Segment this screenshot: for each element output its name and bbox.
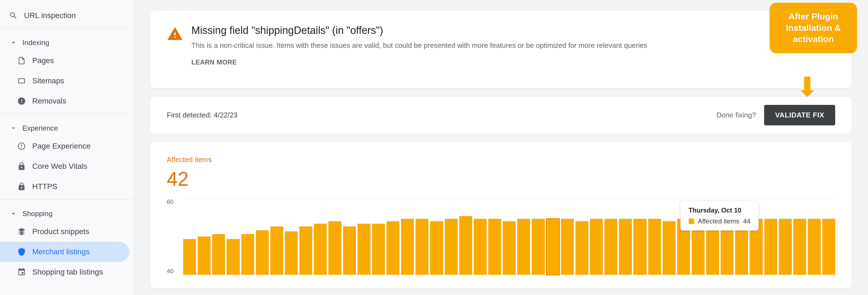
chart-bar	[547, 219, 559, 275]
sidebar-section-indexing[interactable]: Indexing	[0, 31, 134, 51]
shopping-tab-listings-icon	[17, 267, 27, 277]
main-content: After Plugin Installation & activation ⬇…	[134, 0, 868, 295]
chevron-down-icon-experience	[8, 123, 19, 133]
sidebar-item-sitemaps[interactable]: Sitemaps	[0, 71, 129, 91]
https-icon	[17, 182, 27, 192]
issue-content: Missing field "shippingDetails" (in "off…	[191, 25, 647, 66]
chart-bar	[343, 226, 356, 275]
sidebar: URL inspection Indexing Pages Sitemaps R…	[0, 0, 134, 295]
chart-bar	[604, 219, 617, 275]
first-detected-text: First detected: 4/22/23	[167, 111, 238, 119]
chart-bar	[212, 234, 225, 275]
plugin-callout: After Plugin Installation & activation	[770, 3, 857, 53]
validate-section: Done fixing? VALIDATE FIX	[717, 105, 835, 125]
issue-description: This is a non-critical issue. Items with…	[191, 40, 647, 51]
plugin-callout-text: After Plugin Installation & activation	[786, 11, 841, 44]
sidebar-section-shopping[interactable]: Shopping	[0, 202, 134, 222]
chart-bar	[779, 219, 792, 275]
tooltip-value: 44	[743, 218, 750, 225]
arrow-down-icon: ⬇	[796, 71, 819, 103]
chart-bar	[619, 219, 632, 275]
chart-bar	[386, 221, 399, 275]
validate-fix-button[interactable]: VALIDATE FIX	[764, 105, 835, 125]
sidebar-section-experience-label: Experience	[23, 124, 58, 132]
chart-bar	[227, 239, 240, 275]
arrow-down-indicator: ⬇	[796, 71, 819, 103]
sidebar-item-product-snippets[interactable]: Product snippets	[0, 222, 129, 242]
chart-bar	[328, 221, 341, 275]
sidebar-item-https-label: HTTPS	[32, 182, 57, 191]
chart-bar	[241, 234, 254, 275]
chart-tooltip: Thursday, Oct 10 Affected items 44	[680, 201, 758, 231]
chart-bar	[270, 226, 283, 275]
chart-bar	[561, 219, 574, 275]
y-label-40: 40	[167, 268, 173, 275]
sidebar-item-url-inspection[interactable]: URL inspection	[0, 5, 129, 26]
sidebar-section-indexing-label: Indexing	[23, 38, 49, 47]
chart-bar	[372, 224, 385, 275]
tooltip-row: Affected items 44	[689, 218, 750, 225]
affected-items-label: Affected items	[167, 156, 835, 164]
chart-bar	[430, 221, 443, 275]
affected-items-count: 42	[167, 168, 835, 190]
sidebar-item-merchant-listings-label: Merchant listings	[32, 248, 90, 256]
sidebar-item-merchant-listings[interactable]: Merchant listings	[0, 242, 129, 262]
chevron-down-icon-shopping	[8, 208, 19, 219]
page-experience-icon	[17, 141, 27, 151]
chart-bar	[401, 219, 414, 275]
chart-bar	[765, 219, 777, 275]
sidebar-item-https[interactable]: HTTPS	[0, 176, 129, 197]
done-fixing-label: Done fixing?	[717, 111, 756, 119]
pages-icon	[17, 56, 27, 66]
merchant-listings-icon	[17, 247, 27, 257]
sidebar-section-experience[interactable]: Experience	[0, 117, 134, 136]
chart-bar	[256, 230, 269, 275]
issue-card: Missing field "shippingDetails" (in "off…	[150, 11, 851, 88]
product-snippets-icon	[17, 226, 27, 237]
chart-area: 60 40 Thursday, Oct 10 Affected items 44	[167, 198, 835, 275]
chart-bar	[285, 231, 298, 275]
sidebar-item-pages-label: Pages	[32, 56, 54, 65]
sidebar-item-removals[interactable]: Removals	[0, 91, 129, 111]
chart-bar	[198, 236, 211, 275]
chart-bar	[517, 219, 530, 275]
chart-bar	[488, 219, 501, 275]
chart-bar	[183, 239, 196, 275]
learn-more-link[interactable]: LEARN MORE	[191, 59, 237, 66]
chart-y-labels: 60 40	[167, 198, 173, 275]
sidebar-item-core-web-vitals[interactable]: Core Web Vitals	[0, 156, 129, 176]
sidebar-item-shopping-tab-listings[interactable]: Shopping tab listings	[0, 262, 129, 282]
chart-bar	[576, 221, 588, 275]
tooltip-dot	[689, 219, 694, 224]
sidebar-item-page-experience[interactable]: Page Experience	[0, 136, 129, 156]
chart-bar	[794, 219, 806, 275]
chevron-down-icon	[8, 37, 19, 48]
chart-bar	[474, 219, 487, 275]
sidebar-item-pages[interactable]: Pages	[0, 51, 129, 71]
y-label-60: 60	[167, 198, 173, 205]
issue-header: Missing field "shippingDetails" (in "off…	[167, 25, 835, 66]
core-web-vitals-icon	[17, 161, 27, 171]
search-icon	[8, 10, 19, 21]
detected-row: First detected: 4/22/23 Done fixing? VAL…	[150, 96, 851, 134]
chart-bar	[808, 219, 821, 275]
chart-bar	[299, 226, 312, 275]
tooltip-label: Affected items	[698, 218, 740, 225]
sidebar-item-shopping-tab-listings-label: Shopping tab listings	[32, 268, 103, 276]
removals-icon	[17, 96, 27, 106]
chart-bar	[532, 219, 545, 275]
chart-bar	[663, 221, 676, 275]
chart-bar	[823, 219, 835, 275]
sidebar-item-product-snippets-label: Product snippets	[32, 227, 89, 236]
chart-bar	[648, 219, 661, 275]
sidebar-section-shopping-label: Shopping	[23, 209, 53, 218]
chart-bar	[415, 219, 428, 275]
sidebar-item-core-web-vitals-label: Core Web Vitals	[32, 162, 87, 171]
chart-bar	[314, 224, 327, 275]
sidebar-item-removals-label: Removals	[32, 97, 66, 105]
chart-bar	[633, 219, 646, 275]
sidebar-item-url-inspection-label: URL inspection	[24, 11, 76, 20]
chart-bar	[445, 219, 458, 275]
issue-title: Missing field "shippingDetails" (in "off…	[191, 25, 647, 36]
sidebar-item-page-experience-label: Page Experience	[32, 142, 91, 151]
